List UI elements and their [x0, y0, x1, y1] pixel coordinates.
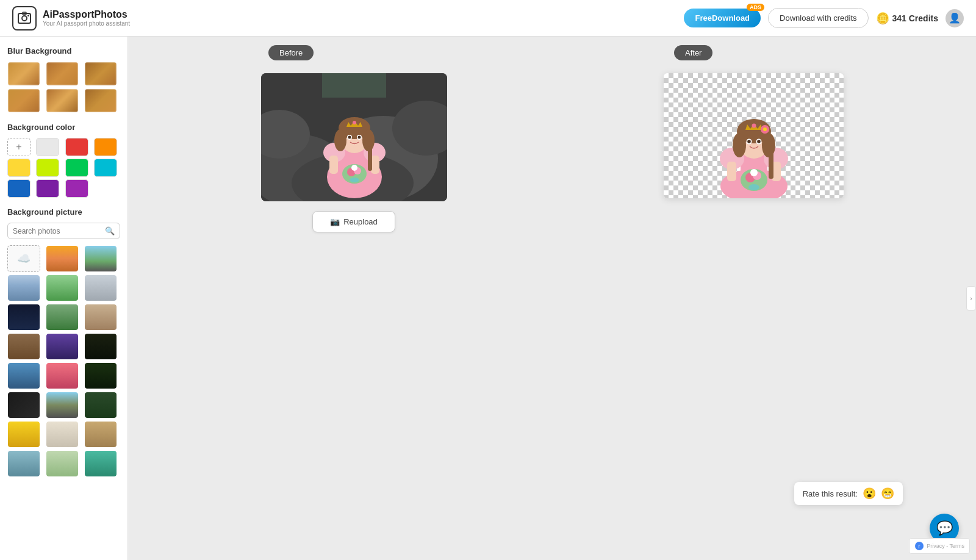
svg-point-1 [22, 16, 27, 21]
photo-thumb-landscape1[interactable] [46, 245, 79, 272]
photo-thumb-white-building[interactable] [46, 421, 79, 448]
svg-point-52 [747, 140, 751, 143]
recaptcha-badge: r Privacy - Terms [909, 538, 970, 554]
rate-result-widget: Rate this result: 😮 😁 [794, 482, 903, 505]
photo-thumb-mountains2[interactable] [7, 450, 40, 477]
bg-picture-title: Background picture [7, 207, 120, 217]
photo-thumb-desert[interactable] [84, 304, 117, 331]
ads-badge: ADS [747, 4, 764, 11]
svg-point-3 [27, 15, 29, 16]
svg-point-42 [750, 169, 758, 176]
photo-thumb-barn[interactable] [46, 450, 79, 477]
color-cyan-swatch[interactable] [94, 159, 117, 177]
color-red-swatch[interactable] [65, 138, 88, 156]
blur-thumb-2[interactable] [46, 62, 79, 86]
logo-area: AiPassportPhotos Your AI passport photo … [12, 6, 130, 31]
photo-thumb-road[interactable] [46, 392, 79, 418]
color-add-swatch[interactable]: + [7, 138, 30, 156]
download-with-credits-button[interactable]: Download with credits [768, 8, 868, 28]
bg-color-title: Background color [7, 123, 120, 132]
user-avatar[interactable]: 👤 [946, 9, 964, 27]
before-image [261, 73, 447, 201]
blur-thumb-3[interactable] [84, 62, 117, 86]
svg-rect-15 [329, 156, 338, 174]
after-panel [664, 73, 844, 198]
photo-thumb-purple-sky[interactable] [46, 333, 79, 360]
logo-subtitle: Your AI passport photo assistant [43, 20, 130, 27]
rate-label: Rate this result: [803, 489, 858, 498]
search-input[interactable] [13, 227, 105, 235]
color-orange-swatch[interactable] [94, 138, 117, 156]
svg-point-31 [357, 136, 361, 139]
photo-thumb-sunflowers[interactable] [7, 421, 40, 448]
search-icon[interactable]: 🔍 [105, 226, 115, 235]
photo-thumb-tree[interactable] [84, 245, 117, 272]
photo-thumb-water[interactable] [7, 362, 40, 389]
logo-name: AiPassportPhotos [43, 9, 130, 20]
blur-thumb-4[interactable] [7, 88, 40, 113]
svg-rect-27 [368, 146, 372, 171]
svg-point-56 [763, 127, 767, 131]
photo-thumb-field[interactable] [46, 275, 79, 301]
free-download-button[interactable]: ADS FreeDownload [684, 9, 761, 27]
svg-point-47 [733, 133, 746, 157]
svg-point-53 [757, 140, 761, 143]
svg-point-20 [351, 165, 357, 171]
photo-thumb-black-texture[interactable] [7, 392, 40, 418]
color-blue-swatch[interactable] [7, 179, 30, 198]
photo-thumb-moon[interactable] [7, 304, 40, 331]
color-white-swatch[interactable] [36, 138, 59, 156]
svg-rect-10 [322, 73, 386, 98]
credits-display: 🪙 341 Credits [876, 12, 938, 25]
before-panel: 📷 Reupload [261, 73, 447, 232]
rate-emoji-2[interactable]: 😁 [881, 487, 894, 500]
photo-thumb-green-hills[interactable] [84, 450, 117, 477]
svg-rect-16 [371, 156, 379, 174]
photo-thumb-mountains[interactable] [7, 275, 40, 301]
photo-thumb-dark-leaves[interactable] [84, 362, 117, 389]
chat-icon: 💬 [936, 520, 953, 536]
search-box: 🔍 [7, 223, 120, 239]
reupload-button[interactable]: 📷 Reupload [312, 211, 395, 232]
photo-thumb-wood-interior[interactable] [7, 333, 40, 360]
color-grid: + [7, 138, 120, 198]
svg-point-30 [348, 136, 351, 139]
coin-icon: 🪙 [876, 12, 889, 25]
blur-thumb-6[interactable] [84, 88, 117, 113]
svg-rect-49 [769, 151, 773, 179]
photo-grid: ☁️ [7, 245, 120, 477]
color-purple-swatch[interactable] [65, 179, 88, 198]
color-green-swatch[interactable] [65, 159, 88, 177]
color-lime-swatch[interactable] [36, 159, 59, 177]
logo-text: AiPassportPhotos Your AI passport photo … [43, 9, 130, 27]
photo-thumb-car[interactable] [46, 304, 79, 331]
after-label: After [674, 45, 712, 60]
upload-photo-button[interactable]: ☁️ [7, 245, 40, 272]
header: AiPassportPhotos Your AI passport photo … [0, 0, 976, 37]
camera-icon: 📷 [330, 217, 340, 226]
svg-point-54 [752, 124, 756, 128]
after-image [664, 73, 844, 198]
credits-count: 341 Credits [892, 13, 938, 23]
photo-thumb-building[interactable] [84, 275, 117, 301]
photo-thumb-dark-forest[interactable] [84, 333, 117, 360]
svg-rect-37 [727, 162, 736, 181]
collapse-handle[interactable]: › [966, 286, 976, 311]
blur-thumb-1[interactable] [7, 62, 40, 86]
svg-point-32 [353, 121, 356, 124]
header-actions: ADS FreeDownload Download with credits 🪙… [684, 8, 964, 28]
photo-thumb-columns[interactable] [84, 421, 117, 448]
before-image-svg [261, 73, 447, 201]
blur-thumb-5[interactable] [46, 88, 79, 113]
sidebar: Blur Background Background color + Backg… [0, 37, 128, 560]
after-image-svg [664, 73, 844, 198]
photo-thumb-flower-field[interactable] [46, 362, 79, 389]
recaptcha-text: Privacy - Terms [927, 543, 964, 549]
photo-thumb-tall-trees[interactable] [84, 392, 117, 418]
color-yellow-swatch[interactable] [7, 159, 30, 177]
color-purple2-swatch[interactable] [36, 179, 59, 198]
blur-bg-grid [7, 62, 120, 113]
logo-icon [12, 6, 37, 31]
blur-bg-title: Blur Background [7, 46, 120, 56]
rate-emoji-1[interactable]: 😮 [863, 487, 876, 500]
